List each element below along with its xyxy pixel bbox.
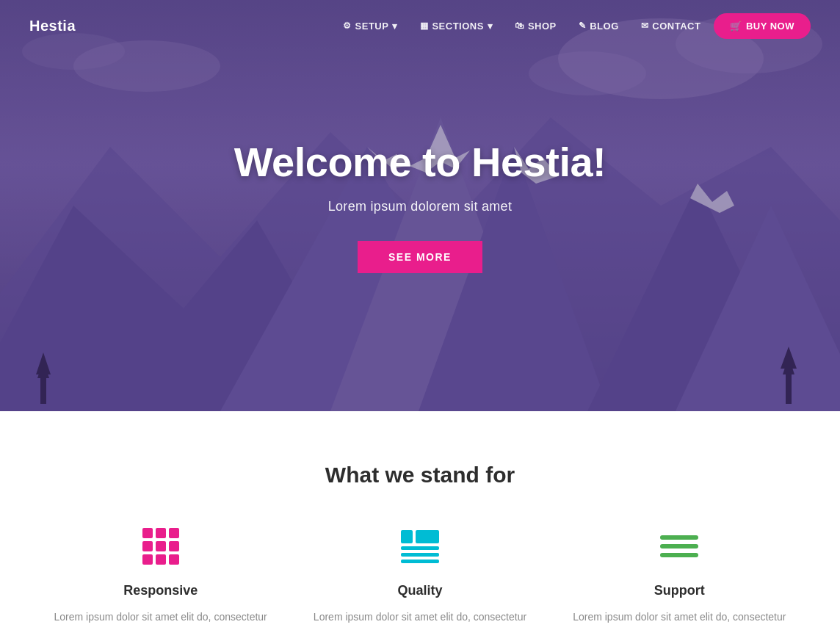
nav-item-setup: ⚙ SETUP ▾	[334, 15, 407, 37]
chevron-down-icon-2: ▾	[488, 21, 493, 32]
brand-logo[interactable]: Hestia	[29, 18, 76, 35]
support-desc: Lorem ipsum dolor sit amet elit do, cons…	[572, 609, 787, 630]
nav-link-contact[interactable]: ✉ CONTACT	[632, 15, 710, 37]
grid-icon	[142, 528, 179, 565]
nav-label-setup: SETUP	[355, 21, 389, 32]
nav-link-setup[interactable]: ⚙ SETUP ▾	[334, 15, 407, 37]
responsive-label: Responsive	[123, 583, 198, 598]
sections-icon: ▦	[420, 21, 429, 31]
responsive-desc: Lorem ipsum dolor sit amet elit do, cons…	[53, 609, 268, 630]
cart-icon: 🛒	[730, 21, 742, 32]
features-grid: Responsive Lorem ipsum dolor sit amet el…	[53, 524, 787, 630]
buy-now-button[interactable]: 🛒 BUY NOW	[714, 13, 811, 39]
chevron-down-icon: ▾	[392, 21, 398, 32]
nav-menu: ⚙ SETUP ▾ ▦ SECTIONS ▾ 🛍 SHOP ✎ BLOG	[334, 13, 811, 39]
feature-support: Support Lorem ipsum dolor sit amet elit …	[572, 524, 787, 630]
hero-section: Welcome to Hestia! Lorem ipsum dolorem s…	[0, 0, 840, 411]
nav-link-blog[interactable]: ✎ BLOG	[570, 15, 628, 37]
support-icon-wrap	[657, 524, 701, 568]
shop-icon: 🛍	[515, 21, 524, 31]
buy-now-label: BUY NOW	[746, 21, 794, 32]
quality-icon-wrap	[398, 524, 442, 568]
support-label: Support	[654, 583, 705, 598]
nav-link-sections[interactable]: ▦ SECTIONS ▾	[411, 15, 502, 37]
contact-icon: ✉	[641, 21, 649, 31]
features-section: What we stand for Responsive Lorem ipsum…	[0, 411, 840, 630]
lines-icon	[660, 535, 698, 557]
see-more-button[interactable]: SEE MORE	[358, 241, 482, 273]
quality-label: Quality	[397, 583, 442, 598]
nav-item-blog: ✎ BLOG	[570, 15, 628, 37]
blog-icon: ✎	[579, 21, 587, 31]
nav-label-sections: SECTIONS	[432, 21, 483, 32]
navbar: Hestia ⚙ SETUP ▾ ▦ SECTIONS ▾ 🛍 SHOP ✎	[0, 0, 840, 51]
responsive-icon-wrap	[139, 524, 183, 568]
quality-desc: Lorem ipsum dolor sit amet elit do, cons…	[312, 609, 527, 630]
features-title: What we stand for	[29, 463, 811, 488]
nav-item-sections: ▦ SECTIONS ▾	[411, 15, 502, 37]
nav-item-contact: ✉ CONTACT	[632, 15, 710, 37]
nav-label-shop: SHOP	[528, 21, 557, 32]
hero-subtitle: Lorem ipsum dolorem sit amet	[234, 199, 607, 214]
table-icon	[401, 530, 439, 563]
hero-content: Welcome to Hestia! Lorem ipsum dolorem s…	[220, 123, 621, 288]
nav-item-buy: 🛒 BUY NOW	[714, 13, 811, 39]
nav-label-contact: CONTACT	[652, 21, 700, 32]
nav-label-blog: BLOG	[590, 21, 619, 32]
feature-quality: Quality Lorem ipsum dolor sit amet elit …	[312, 524, 527, 630]
nav-link-shop[interactable]: 🛍 SHOP	[506, 15, 565, 37]
feature-responsive: Responsive Lorem ipsum dolor sit amet el…	[53, 524, 268, 630]
setup-icon: ⚙	[343, 21, 352, 31]
hero-title: Welcome to Hestia!	[234, 138, 607, 186]
nav-item-shop: 🛍 SHOP	[506, 15, 565, 37]
